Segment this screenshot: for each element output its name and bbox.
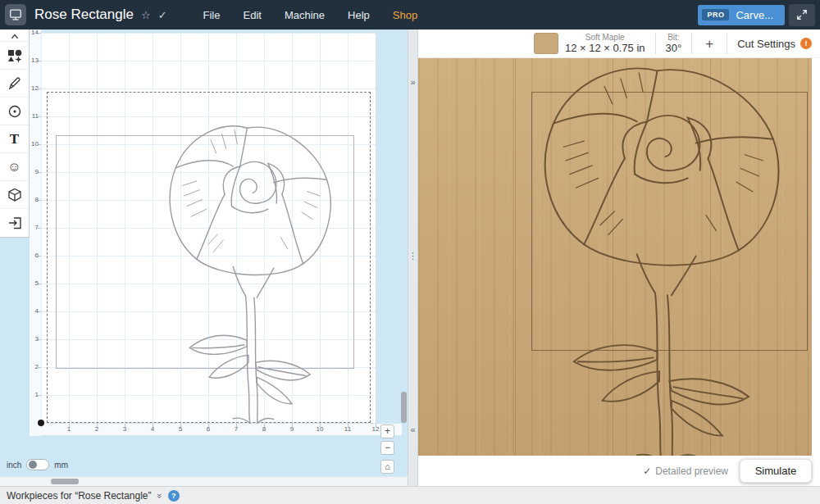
horizontal-scrollbar[interactable] xyxy=(51,479,79,484)
menu-file[interactable]: File xyxy=(203,9,221,21)
splitter-drag-handle-icon[interactable]: ⋮ xyxy=(408,251,417,261)
menu-help[interactable]: Help xyxy=(348,9,370,21)
expand-arrows-icon xyxy=(796,9,808,20)
text-icon: T xyxy=(10,133,19,146)
divider-line xyxy=(691,33,692,54)
drill-icon xyxy=(7,103,23,120)
bit-value: 30° xyxy=(666,42,682,54)
horizontal-ruler: 123456789101112 xyxy=(41,424,402,435)
drill-tool[interactable] xyxy=(0,98,29,125)
ruler-number: 7 xyxy=(35,225,39,231)
splitter-expand-right-icon[interactable]: » xyxy=(408,77,417,87)
carved-rose xyxy=(507,58,812,456)
workpieces-label[interactable]: Workpieces for “Rose Rectangle” xyxy=(7,490,152,502)
ruler-number: 13 xyxy=(31,57,39,64)
bit-selector[interactable]: Bit: 30° xyxy=(666,33,682,54)
ruler-number: 6 xyxy=(203,426,214,433)
material-swatch[interactable] xyxy=(534,33,558,54)
ruler-number: 12 xyxy=(370,426,381,433)
ruler-number: 12 xyxy=(31,85,39,92)
bit-label: Bit: xyxy=(666,33,682,42)
import-icon xyxy=(7,216,22,230)
easel-app: Rose Rectangle ☆ ✓ File Edit Machine Hel… xyxy=(0,0,820,504)
favorite-star-icon[interactable]: ☆ xyxy=(141,9,151,21)
help-icon[interactable]: ? xyxy=(168,490,180,502)
design-toolbar: T ☺ xyxy=(0,30,30,238)
rose-design[interactable] xyxy=(144,115,353,425)
ruler-number: 5 xyxy=(175,426,186,433)
ruler-number: 8 xyxy=(258,426,270,433)
menu-machine[interactable]: Machine xyxy=(285,9,325,21)
units-toggle[interactable] xyxy=(26,459,49,470)
panel-splitter[interactable]: » ⋮ « xyxy=(408,30,418,486)
smiley-icon: ☺ xyxy=(7,161,20,174)
ruler-number: 9 xyxy=(286,426,298,433)
ruler-number: 10 xyxy=(31,141,39,148)
ruler-number: 2 xyxy=(91,426,102,433)
material-preview[interactable] xyxy=(418,58,812,456)
fullscreen-button[interactable] xyxy=(789,4,815,26)
icons-library-tool[interactable]: ☺ xyxy=(0,153,29,181)
inch-label: inch xyxy=(7,461,21,470)
splitter-expand-left-icon[interactable]: « xyxy=(408,425,417,434)
detailed-preview-check-icon[interactable]: ✓ xyxy=(643,465,651,477)
workpieces-chevron-icon[interactable]: » xyxy=(155,493,165,497)
horizontal-scrollbar-track[interactable] xyxy=(0,476,408,486)
draw-tool[interactable] xyxy=(0,70,29,98)
material-name: Soft Maple xyxy=(565,33,645,42)
ruler-number: 4 xyxy=(147,426,158,433)
easel-logo-icon[interactable] xyxy=(5,4,26,25)
design-canvas-panel[interactable]: 1234567891011121314 123456789101112 xyxy=(0,30,408,486)
zoom-out-button[interactable]: − xyxy=(380,441,394,455)
material-tool[interactable] xyxy=(0,181,29,209)
ruler-number: 10 xyxy=(314,426,326,433)
zoom-in-button[interactable]: + xyxy=(380,425,394,438)
ruler-number: 4 xyxy=(35,308,39,315)
menu-shop[interactable]: Shop xyxy=(393,9,417,21)
app-header: Rose Rectangle ☆ ✓ File Edit Machine Hel… xyxy=(0,0,820,30)
mm-label: mm xyxy=(54,461,68,470)
vertical-scrollbar[interactable] xyxy=(401,392,407,423)
ruler-number: 3 xyxy=(119,426,130,433)
chevron-up-icon xyxy=(7,31,22,40)
draw-pen-icon xyxy=(7,75,22,91)
ruler-number: 11 xyxy=(32,113,39,120)
preview-panel: Soft Maple 12 × 12 × 0.75 in Bit: 30° + … xyxy=(418,30,820,486)
origin-marker[interactable] xyxy=(38,420,44,426)
project-title[interactable]: Rose Rectangle xyxy=(34,7,134,23)
import-tool[interactable] xyxy=(0,209,29,237)
cut-settings-warning-icon: ! xyxy=(800,38,812,49)
add-bit-button[interactable]: + xyxy=(702,37,717,51)
carve-label: Carve... xyxy=(736,9,773,21)
preview-toolbar: Soft Maple 12 × 12 × 0.75 in Bit: 30° + … xyxy=(418,30,820,58)
toggle-knob xyxy=(29,461,37,469)
detailed-preview-label[interactable]: Detailed preview xyxy=(655,465,728,477)
workpieces-bar: Workpieces for “Rose Rectangle” » ? xyxy=(0,486,820,504)
carve-button[interactable]: PRO Carve... xyxy=(698,5,785,25)
ruler-number: 3 xyxy=(35,336,39,343)
toolbar-collapse-button[interactable] xyxy=(0,30,29,42)
ruler-number: 2 xyxy=(35,364,39,370)
ruler-number: 6 xyxy=(35,252,39,259)
ruler-number: 14 xyxy=(31,30,39,36)
ruler-number: 8 xyxy=(35,197,39,203)
shapes-tool[interactable] xyxy=(0,42,29,70)
divider-line xyxy=(727,33,727,54)
material-cube-icon xyxy=(7,187,23,203)
material-dimensions: 12 × 12 × 0.75 in xyxy=(565,42,645,54)
saved-check-icon: ✓ xyxy=(158,9,167,21)
material-selector[interactable]: Soft Maple 12 × 12 × 0.75 in xyxy=(565,33,645,54)
menu-edit[interactable]: Edit xyxy=(243,9,261,21)
zoom-home-button[interactable]: ⌂ xyxy=(380,460,394,474)
simulate-button[interactable]: Simulate xyxy=(740,459,812,483)
ruler-number: 9 xyxy=(35,169,39,175)
text-tool[interactable]: T xyxy=(0,125,29,153)
cut-settings-button[interactable]: Cut Settings ! xyxy=(737,38,812,50)
cut-settings-label: Cut Settings xyxy=(737,38,795,50)
menu-bar: File Edit Machine Help Shop xyxy=(203,9,418,21)
ruler-number: 1 xyxy=(35,392,39,398)
ruler-number: 11 xyxy=(342,426,353,433)
units-control: inch mm xyxy=(7,459,68,470)
divider-line xyxy=(655,33,656,54)
ruler-number: 7 xyxy=(230,426,242,433)
